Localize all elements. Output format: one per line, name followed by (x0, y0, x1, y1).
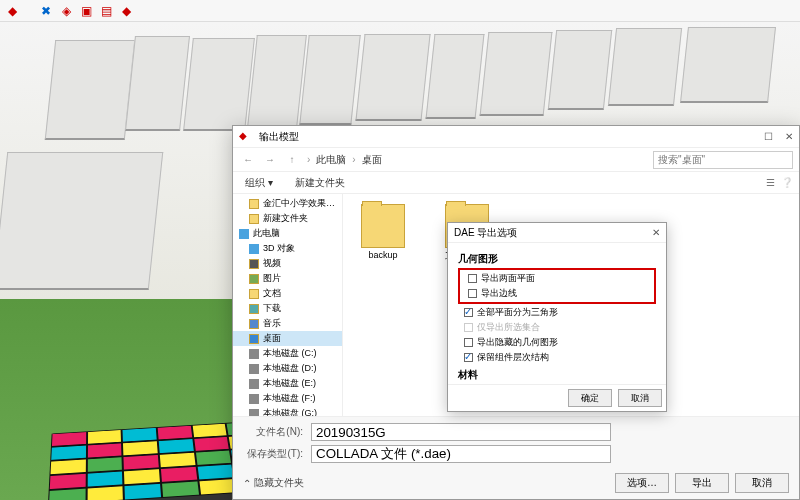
folder-backup[interactable]: backup (353, 204, 413, 260)
opt-hierarchy[interactable]: 保留组件层次结构 (477, 351, 549, 364)
tool-gem-icon[interactable]: ◈ (58, 3, 74, 19)
newfolder-button[interactable]: 新建文件夹 (289, 175, 351, 191)
savetype-label: 保存类型(T): (243, 447, 303, 461)
folder-tree[interactable]: 金汇中小学效果… 新建文件夹 此电脑 3D 对象 视频 图片 文档 下载 音乐 … (233, 194, 343, 416)
opt-triangulate[interactable]: 全部平面分为三角形 (477, 306, 558, 319)
main-toolbar: ◆ ✖ ◈ ▣ ▤ ◆ (0, 0, 800, 22)
tool-cross-icon[interactable]: ✖ (38, 3, 54, 19)
nav-back-icon[interactable]: ← (239, 154, 257, 165)
cancel-button[interactable]: 取消 (735, 473, 789, 493)
dae-options-dialog: DAE 导出选项 ✕ 几何图形 导出两面平面 导出边线 全部平面分为三角形 仅导… (447, 222, 667, 412)
folder-icon (361, 204, 405, 248)
tree-desktop-selected: 桌面 (233, 331, 342, 346)
section-geometry: 几何图形 (458, 252, 656, 266)
filename-input[interactable] (311, 423, 611, 441)
savetype-select[interactable] (311, 445, 611, 463)
options-title: DAE 导出选项 (454, 226, 517, 240)
section-material: 材料 (458, 368, 656, 382)
nav-fwd-icon[interactable]: → (261, 154, 279, 165)
help-icon[interactable]: ❔ (781, 177, 793, 188)
search-input[interactable] (653, 151, 793, 169)
organize-button[interactable]: 组织 ▾ (239, 175, 279, 191)
highlighted-options: 导出两面平面 导出边线 (458, 268, 656, 304)
app-icon: ◆ (4, 3, 20, 19)
nav-up-icon[interactable]: ↑ (283, 154, 301, 165)
options-button[interactable]: 选项… (615, 473, 669, 493)
opt-edges[interactable]: 导出边线 (481, 287, 517, 300)
hide-folders-link[interactable]: ⌃ 隐藏文件夹 (243, 476, 304, 490)
export-button[interactable]: 导出 (675, 473, 729, 493)
tool-cube1-icon[interactable]: ▣ (78, 3, 94, 19)
breadcrumb: ← → ↑ › 此电脑 › 桌面 (233, 148, 799, 172)
opt-only-sel: 仅导出所选集合 (477, 321, 540, 334)
maximize-icon[interactable]: ☐ (764, 131, 773, 142)
export-dialog-titlebar[interactable]: ◆ 输出模型 ☐ ✕ (233, 126, 799, 148)
filename-label: 文件名(N): (243, 425, 303, 439)
options-ok-button[interactable]: 确定 (568, 389, 612, 407)
export-dialog-title: 输出模型 (259, 130, 299, 144)
opt-hidden-geom[interactable]: 导出隐藏的几何图形 (477, 336, 558, 349)
app-small-icon: ◆ (239, 130, 253, 144)
options-close-icon[interactable]: ✕ (652, 227, 660, 238)
close-icon[interactable]: ✕ (785, 131, 793, 142)
opt-two-faces[interactable]: 导出两面平面 (481, 272, 535, 285)
crumb-desktop[interactable]: 桌面 (362, 153, 382, 167)
options-titlebar[interactable]: DAE 导出选项 ✕ (448, 223, 666, 243)
options-cancel-button[interactable]: 取消 (618, 389, 662, 407)
tool-cube2-icon[interactable]: ▤ (98, 3, 114, 19)
view-mode-icon[interactable]: ☰ (766, 177, 775, 188)
tool-ruby-icon[interactable]: ◆ (118, 3, 134, 19)
chevron-down-icon: ⌃ (243, 478, 251, 489)
crumb-pc[interactable]: 此电脑 (316, 153, 346, 167)
